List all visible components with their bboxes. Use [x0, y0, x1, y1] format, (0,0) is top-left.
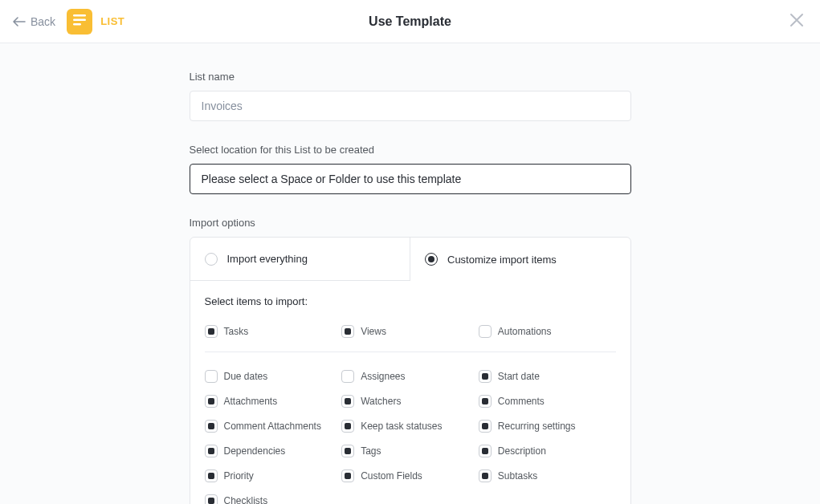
radio-label-customize: Customize import items — [447, 254, 557, 266]
arrow-left-icon — [13, 17, 26, 26]
check-label: Recurring settings — [498, 421, 576, 432]
check-item[interactable]: Assignees — [341, 364, 479, 388]
list-name-input[interactable] — [190, 91, 631, 121]
location-label: Select location for this List to be crea… — [190, 144, 631, 156]
check-label: Comment Attachments — [224, 421, 321, 432]
radio-row: Import everything Customize import items — [190, 238, 630, 281]
check-label: Priority — [224, 470, 254, 482]
check-item[interactable]: Attachments — [205, 388, 342, 413]
check-item[interactable]: Tags — [341, 438, 479, 463]
close-button[interactable] — [789, 13, 804, 30]
check-label: Views — [361, 326, 386, 337]
import-options-box: Import everything Customize import items… — [190, 237, 631, 504]
check-item[interactable]: Watchers — [341, 388, 479, 413]
check-label: Automations — [498, 326, 552, 337]
check-label: Tags — [361, 445, 381, 457]
check-item[interactable]: Subtasks — [479, 463, 616, 488]
check-label: Assignees — [361, 371, 405, 382]
back-label: Back — [31, 15, 55, 28]
checkbox-icon — [479, 420, 492, 433]
checkbox-icon — [205, 445, 218, 457]
check-label: Custom Fields — [361, 470, 422, 482]
check-label: Dependencies — [224, 445, 286, 457]
list-icon — [73, 14, 86, 29]
location-placeholder: Please select a Space or Folder to use t… — [202, 173, 462, 185]
badge-label: LIST — [100, 15, 124, 27]
close-icon — [789, 13, 804, 30]
radio-label-everything: Import everything — [227, 253, 308, 265]
checkbox-icon — [479, 469, 492, 482]
list-name-label: List name — [190, 71, 631, 83]
checkbox-icon — [205, 395, 218, 408]
check-item[interactable]: Tasks — [205, 319, 342, 343]
svg-rect-0 — [73, 14, 86, 17]
checkbox-icon — [205, 469, 218, 482]
checkbox-icon — [205, 420, 218, 433]
check-label: Checklists — [224, 495, 268, 505]
check-label: Due dates — [224, 371, 268, 382]
modal-title: Use Template — [369, 14, 451, 29]
check-label: Subtasks — [498, 470, 537, 482]
check-item[interactable]: Start date — [479, 364, 616, 388]
location-select[interactable]: Please select a Space or Folder to use t… — [190, 164, 631, 194]
checkbox-icon — [479, 370, 492, 383]
checkbox-icon — [341, 395, 354, 408]
customize-panel: Select items to import: TasksViewsAutoma… — [190, 281, 630, 504]
checkbox-icon — [341, 469, 354, 482]
back-button[interactable]: Back — [13, 15, 55, 28]
check-item[interactable]: Automations — [479, 319, 616, 343]
check-item[interactable]: Dependencies — [205, 438, 342, 463]
radio-import-everything[interactable]: Import everything — [190, 238, 411, 281]
radio-icon — [205, 253, 218, 266]
check-label: Description — [498, 445, 546, 457]
checkbox-icon — [205, 325, 218, 338]
checkbox-icon — [205, 370, 218, 383]
svg-rect-2 — [73, 23, 81, 26]
checkbox-icon — [479, 395, 492, 408]
check-label: Keep task statuses — [361, 421, 442, 432]
check-item[interactable]: Priority — [205, 463, 342, 488]
checkbox-icon — [479, 325, 492, 338]
content-scroll[interactable]: List name Select location for this List … — [0, 43, 820, 504]
check-item[interactable]: Recurring settings — [479, 413, 616, 438]
svg-rect-1 — [73, 18, 86, 21]
check-item[interactable]: Views — [341, 319, 479, 343]
check-label: Attachments — [224, 396, 278, 407]
radio-customize-items[interactable]: Customize import items — [410, 238, 630, 281]
divider — [205, 352, 616, 352]
check-item[interactable]: Custom Fields — [341, 463, 479, 488]
checkbox-icon — [341, 445, 354, 457]
checkbox-icon — [341, 325, 354, 338]
checkbox-icon — [205, 494, 218, 505]
check-item[interactable]: Due dates — [205, 364, 342, 388]
checkbox-icon — [341, 420, 354, 433]
check-label: Start date — [498, 371, 540, 382]
import-options-label: Import options — [190, 217, 631, 229]
form: List name Select location for this List … — [190, 43, 631, 504]
checkbox-icon — [479, 445, 492, 457]
secondary-checks: Due datesAssigneesStart dateAttachmentsW… — [205, 364, 616, 504]
check-label: Watchers — [361, 396, 401, 407]
modal-header: Back LIST Use Template — [0, 0, 820, 43]
check-item[interactable]: Comments — [479, 388, 616, 413]
check-label: Comments — [498, 396, 545, 407]
radio-icon — [425, 253, 438, 266]
check-label: Tasks — [224, 326, 249, 337]
list-badge — [67, 9, 92, 35]
check-item[interactable]: Keep task statuses — [341, 413, 479, 438]
check-item[interactable]: Checklists — [205, 488, 342, 504]
select-items-label: Select items to import: — [205, 295, 616, 307]
check-item[interactable]: Description — [479, 438, 616, 463]
check-item[interactable]: Comment Attachments — [205, 413, 342, 438]
checkbox-icon — [341, 370, 354, 383]
primary-checks: TasksViewsAutomations — [205, 319, 616, 343]
